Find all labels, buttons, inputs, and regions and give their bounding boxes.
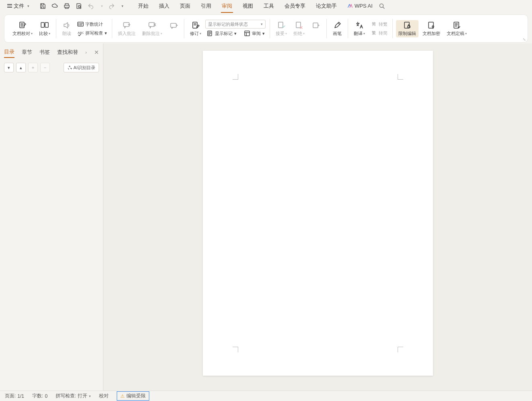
review-pane-label: 审阅 — [252, 31, 261, 37]
svg-rect-13 — [278, 22, 283, 28]
status-spell-value: 打开 — [78, 393, 87, 399]
insert-comment-icon — [122, 21, 131, 30]
group-launcher-icon[interactable]: ⤡ — [523, 37, 526, 41]
document-page[interactable] — [203, 51, 433, 376]
file-menu[interactable]: 文件 ▾ — [4, 1, 33, 11]
to-traditional-label: 转繁 — [379, 21, 388, 27]
markup-state-select[interactable]: 显示标记的最终状态 ▾ — [205, 20, 266, 29]
spell-check-button[interactable]: ABC 拼写检查▾ — [76, 29, 109, 37]
nav-tab-find[interactable]: 查找和替 — [57, 47, 78, 58]
redo-icon[interactable] — [108, 2, 115, 10]
reject-icon — [295, 21, 303, 30]
delete-comment-button[interactable]: 删除批注▾ — [140, 20, 165, 37]
tab-page[interactable]: 页面 — [179, 0, 191, 12]
review-pane-button[interactable]: 审阅▾ — [242, 29, 266, 37]
nav-tab-scroll-right-icon[interactable]: › — [85, 50, 87, 55]
comment-nav-icon — [169, 21, 178, 30]
word-spell-stack: 字数统计 ABC 拼写检查▾ — [76, 20, 109, 37]
search-icon[interactable] — [378, 2, 386, 10]
compare-button[interactable]: 比较▾ — [37, 20, 53, 37]
revise-icon — [191, 21, 200, 30]
insert-comment-label: 插入批注 — [118, 31, 136, 37]
delete-comment-label: 删除批注 — [142, 31, 160, 37]
print-icon[interactable] — [63, 2, 70, 10]
status-proof-label: 校对 — [99, 393, 109, 399]
read-aloud-label: 朗读 — [62, 31, 71, 37]
svg-point-1 — [379, 4, 383, 7]
demote-button[interactable]: − — [40, 63, 50, 72]
review-ribbon: 文档校对▾ 比较▾ 朗读 字数统计 ABC 拼写检查▾ 插入批注 — [4, 14, 528, 43]
tab-review[interactable]: 审阅 — [221, 0, 233, 12]
status-restricted[interactable]: ⚠ 编辑受限 — [117, 391, 149, 401]
chevron-down-icon: ▾ — [27, 4, 29, 8]
status-page[interactable]: 页面: 1/1 — [5, 393, 24, 399]
change-nav-button[interactable] — [309, 21, 323, 37]
finalize-button[interactable]: 文档定稿▾ — [444, 20, 469, 37]
tab-insert[interactable]: 插入 — [158, 0, 170, 12]
svg-rect-4 — [45, 23, 48, 27]
finalize-icon — [452, 21, 461, 30]
nav-panel-close-icon[interactable]: ✕ — [94, 49, 99, 56]
word-count-button[interactable]: 字数统计 — [76, 20, 109, 28]
margin-corner-icon — [233, 74, 238, 80]
to-simplified-label: 转简 — [379, 30, 388, 36]
nav-tab-bookmarks[interactable]: 书签 — [39, 47, 50, 58]
undo-icon[interactable] — [87, 2, 95, 10]
ai-recognize-toc-button[interactable]: AI识别目录 — [64, 63, 99, 72]
undo-chevron-icon[interactable]: ▾ — [101, 4, 103, 8]
status-words-value: 0 — [45, 393, 47, 399]
tab-tools[interactable]: 工具 — [263, 0, 275, 12]
status-proof[interactable]: 校对 — [99, 393, 109, 399]
status-words[interactable]: 字数: 0 — [32, 393, 47, 399]
pen-icon — [333, 21, 342, 30]
tab-member[interactable]: 会员专享 — [284, 0, 306, 12]
read-aloud-button[interactable]: 朗读 — [60, 20, 74, 37]
status-page-value: 1/1 — [17, 393, 24, 399]
finalize-label: 文档定稿 — [447, 31, 464, 37]
encrypt-button[interactable]: 文档加密 — [420, 20, 443, 37]
restrict-edit-button[interactable]: 限制编辑 — [396, 20, 419, 37]
status-words-label: 字数: — [32, 393, 43, 399]
group-comments: 插入批注 删除批注▾ — [113, 16, 183, 41]
reject-button[interactable]: 拒绝▾ — [291, 20, 307, 37]
review-pane-icon — [244, 30, 250, 37]
quick-access-toolbar: ▾ ▾ — [39, 2, 124, 10]
nav-tab-chapters[interactable]: 章节 — [22, 47, 32, 58]
hamburger-icon — [7, 4, 12, 8]
accept-button[interactable]: 接受▾ — [273, 20, 289, 37]
file-menu-label: 文件 — [14, 2, 24, 10]
save-icon[interactable] — [39, 2, 46, 10]
wps-ai-button[interactable]: WPS AI — [347, 3, 373, 9]
encrypt-icon — [427, 21, 436, 30]
to-simplified-button[interactable]: 繁 转简 — [369, 29, 389, 37]
nav-tab-toc[interactable]: 目录 — [4, 47, 14, 58]
status-bar: 页面: 1/1 字数: 0 拼写检查: 打开 ▾ 校对 ⚠ 编辑受限 — [0, 391, 532, 401]
print-preview-icon[interactable] — [75, 2, 82, 10]
chevron-down-icon: ▾ — [89, 394, 91, 398]
doc-compare-button[interactable]: 文档校对▾ — [10, 20, 35, 37]
compare-icon — [40, 21, 49, 30]
svg-rect-9 — [171, 23, 176, 27]
tab-paper-assistant[interactable]: 论文助手 — [315, 0, 338, 12]
document-canvas[interactable] — [103, 43, 532, 391]
pen-button[interactable]: 画笔 — [330, 20, 344, 37]
expand-down-button[interactable]: ▾ — [4, 63, 14, 72]
promote-button[interactable]: + — [28, 63, 38, 72]
show-markup-button[interactable]: 显示标记▾ — [205, 29, 238, 37]
collapse-up-button[interactable]: ▴ — [16, 63, 26, 72]
translate-button[interactable]: 翻译▾ — [351, 20, 367, 37]
ai-sparkle-icon — [67, 65, 72, 70]
tab-reference[interactable]: 引用 — [200, 0, 212, 12]
revise-button[interactable]: 修订▾ — [188, 20, 204, 37]
tab-start[interactable]: 开始 — [137, 0, 149, 12]
qat-customize-chevron-icon[interactable]: ▾ — [122, 4, 124, 8]
translate-label: 翻译 — [354, 31, 363, 37]
status-spell[interactable]: 拼写检查: 打开 ▾ — [56, 393, 91, 399]
comment-nav-button[interactable] — [166, 21, 181, 37]
tab-view[interactable]: 视图 — [242, 0, 254, 12]
status-spell-label: 拼写检查: — [56, 393, 76, 399]
insert-comment-button[interactable]: 插入批注 — [115, 20, 138, 37]
cloud-sync-icon[interactable] — [51, 2, 58, 10]
to-traditional-button[interactable]: 简 转繁 — [369, 20, 389, 28]
svg-rect-12 — [245, 31, 250, 36]
